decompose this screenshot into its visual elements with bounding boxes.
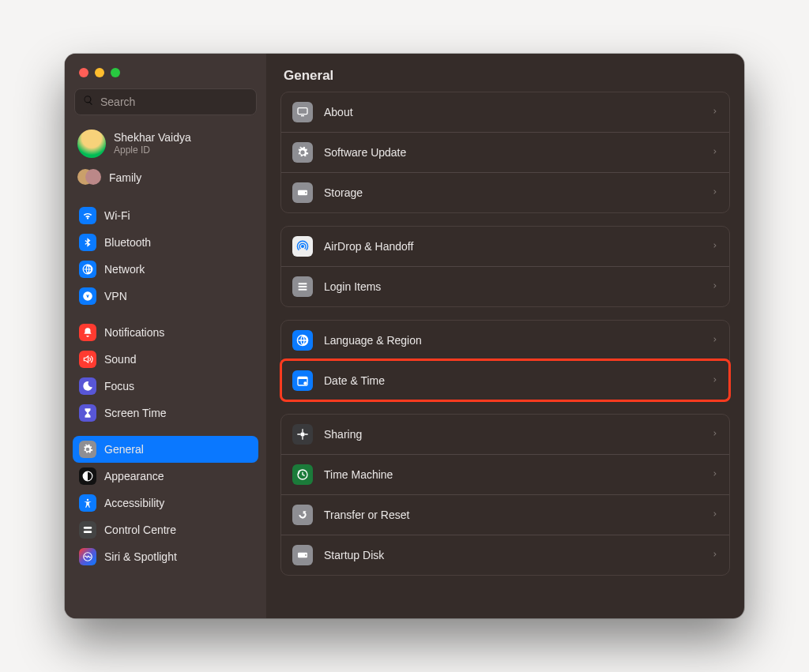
sidebar-item-vpn[interactable]: VPN <box>73 283 258 310</box>
search-icon <box>83 95 94 109</box>
sidebar-item-accessibility[interactable]: Accessibility <box>73 490 258 516</box>
settings-row-software-update[interactable]: Software Update <box>281 132 729 172</box>
account-sub: Apple ID <box>114 145 191 156</box>
sidebar-item-label: Siri & Spotlight <box>104 550 177 563</box>
wifi-icon <box>79 207 96 224</box>
arrow-icon <box>292 505 313 525</box>
family-row[interactable]: Family <box>65 164 266 197</box>
chevron-right-icon <box>712 549 718 561</box>
account-name: Shekhar Vaidya <box>114 132 191 144</box>
settings-row-airdrop-handoff[interactable]: AirDrop & Handoff <box>281 227 729 266</box>
settings-row-transfer-or-reset[interactable]: Transfer or Reset <box>281 494 729 535</box>
settings-row-storage[interactable]: Storage <box>281 172 729 212</box>
row-label: About <box>324 106 701 118</box>
mac-icon <box>292 102 313 122</box>
sidebar-item-bluetooth[interactable]: Bluetooth <box>73 229 258 256</box>
chevron-right-icon <box>712 334 718 347</box>
sidebar: Search Shekhar Vaidya Apple ID Family Wi… <box>65 54 266 618</box>
gear-icon <box>79 441 96 458</box>
settings-row-time-machine[interactable]: Time Machine <box>281 454 729 494</box>
globe-icon <box>292 330 313 351</box>
chevron-right-icon <box>712 106 718 118</box>
sound-icon <box>79 351 96 368</box>
family-label: Family <box>109 171 141 184</box>
header: General <box>266 54 744 92</box>
chevron-right-icon <box>712 468 718 481</box>
sidebar-item-general[interactable]: General <box>73 436 258 463</box>
list-icon <box>292 276 313 297</box>
sidebar-item-network[interactable]: Network <box>73 256 258 283</box>
sidebar-item-siri-spotlight[interactable]: Siri & Spotlight <box>73 543 258 570</box>
airdrop-icon <box>292 236 313 257</box>
disk-icon <box>292 182 313 203</box>
sidebar-item-appearance[interactable]: Appearance <box>73 463 258 490</box>
chevron-right-icon <box>712 240 718 253</box>
content: General AboutSoftware UpdateStorageAirDr… <box>266 54 744 618</box>
row-label: Language & Region <box>324 334 701 347</box>
bell-icon <box>79 324 96 341</box>
row-label: Storage <box>324 186 701 199</box>
sidebar-item-label: General <box>104 443 144 456</box>
sidebar-item-sound[interactable]: Sound <box>73 346 258 373</box>
search-placeholder: Search <box>100 96 135 108</box>
globe-icon <box>79 261 96 278</box>
sidebar-item-notifications[interactable]: Notifications <box>73 319 258 346</box>
row-label: Sharing <box>324 428 701 441</box>
row-label: Date & Time <box>324 374 701 387</box>
chevron-right-icon <box>712 374 718 387</box>
sidebar-item-label: Focus <box>104 380 134 392</box>
apple-id-row[interactable]: Shekhar Vaidya Apple ID <box>65 126 266 164</box>
settings-row-startup-disk[interactable]: Startup Disk <box>281 535 729 575</box>
settings-row-date-time[interactable]: Date & Time <box>281 360 729 400</box>
vpn-icon <box>79 287 96 305</box>
search-input[interactable]: Search <box>74 88 257 115</box>
row-label: Startup Disk <box>324 549 701 561</box>
sidebar-item-label: Bluetooth <box>104 236 151 249</box>
close-icon[interactable] <box>79 68 88 77</box>
sidebar-item-control-centre[interactable]: Control Centre <box>73 516 258 543</box>
family-icon <box>77 169 101 186</box>
access-icon <box>79 494 96 512</box>
chevron-right-icon <box>712 509 718 521</box>
sidebar-item-label: Appearance <box>104 470 164 482</box>
share-icon <box>292 424 313 445</box>
row-label: AirDrop & Handoff <box>324 240 701 253</box>
chevron-right-icon <box>712 280 718 293</box>
chevron-right-icon <box>712 428 718 441</box>
hourglass-icon <box>79 404 96 422</box>
row-label: Time Machine <box>324 468 701 481</box>
sidebar-item-label: VPN <box>104 290 127 302</box>
clock-icon <box>292 464 313 485</box>
sidebar-item-label: Screen Time <box>104 407 167 419</box>
row-label: Transfer or Reset <box>324 509 701 521</box>
chevron-right-icon <box>712 146 718 159</box>
toggles-icon <box>79 521 96 539</box>
minimize-icon[interactable] <box>95 68 104 77</box>
sidebar-item-label: Notifications <box>104 326 164 339</box>
moon-icon <box>79 377 96 395</box>
sidebar-item-label: Sound <box>104 353 136 366</box>
system-settings-window: Search Shekhar Vaidya Apple ID Family Wi… <box>65 54 744 618</box>
sidebar-item-label: Network <box>104 263 145 276</box>
gear-icon <box>292 142 313 163</box>
zoom-icon[interactable] <box>111 68 120 77</box>
siri-icon <box>79 548 96 565</box>
sidebar-item-label: Wi-Fi <box>104 209 130 222</box>
row-label: Login Items <box>324 280 701 293</box>
window-controls <box>65 54 266 84</box>
sidebar-item-screen-time[interactable]: Screen Time <box>73 400 258 426</box>
sidebar-item-label: Control Centre <box>104 524 176 536</box>
settings-row-login-items[interactable]: Login Items <box>281 266 729 306</box>
bt-icon <box>79 234 96 251</box>
settings-row-about[interactable]: About <box>281 92 729 132</box>
sidebar-item-focus[interactable]: Focus <box>73 373 258 400</box>
settings-row-language-region[interactable]: Language & Region <box>281 321 729 360</box>
page-title: General <box>284 68 727 84</box>
cal-icon <box>292 370 313 391</box>
row-label: Software Update <box>324 146 701 159</box>
settings-list: AboutSoftware UpdateStorageAirDrop & Han… <box>266 92 744 603</box>
settings-row-sharing[interactable]: Sharing <box>281 415 729 454</box>
sidebar-item-label: Accessibility <box>104 497 164 509</box>
half-icon <box>79 467 96 485</box>
sidebar-item-wi-fi[interactable]: Wi-Fi <box>73 202 258 229</box>
